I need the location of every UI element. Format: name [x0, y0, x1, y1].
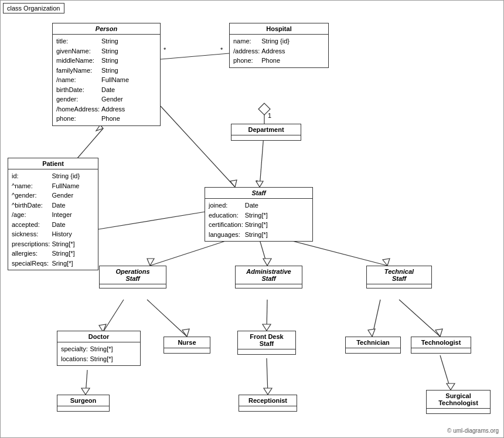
class-technician-header: Technician	[346, 337, 400, 348]
svg-marker-12	[96, 125, 103, 131]
svg-marker-31	[368, 329, 375, 337]
class-operations-staff-header: OperationsStaff	[100, 266, 166, 284]
class-staff-body: joined:Date education:String[*] certific…	[205, 199, 312, 241]
class-operations-staff: OperationsStaff	[99, 266, 166, 288]
svg-marker-23	[383, 259, 390, 266]
class-person: Person title:String givenName:String mid…	[52, 23, 161, 126]
svg-line-11	[77, 128, 103, 159]
class-nurse: Nurse	[164, 337, 210, 354]
svg-line-26	[147, 300, 187, 337]
class-staff-header: Staff	[205, 188, 312, 199]
class-surgical-technologist: SurgicalTechnologist	[426, 390, 491, 414]
class-technician-body	[346, 348, 400, 353]
class-department: Department	[231, 124, 301, 141]
svg-line-30	[372, 300, 380, 337]
svg-marker-27	[182, 329, 189, 337]
svg-marker-39	[447, 383, 455, 390]
class-person-body: title:String givenName:String middleName…	[53, 35, 160, 125]
class-front-desk-staff: Front DeskStaff	[237, 331, 296, 355]
class-administrative-staff-body	[236, 284, 302, 288]
class-technologist: Technologist	[411, 337, 471, 354]
svg-line-0	[161, 53, 229, 59]
class-hospital: Hospital name:String {id} /address:Addre…	[229, 23, 329, 68]
svg-text:*: *	[164, 46, 166, 53]
svg-line-28	[267, 300, 267, 331]
svg-text:1: 1	[268, 112, 271, 119]
class-doctor-body: specialty:String[*] locations:String[*]	[57, 342, 140, 365]
class-receptionist: Receptionist	[239, 395, 297, 412]
class-technician: Technician	[345, 337, 401, 354]
svg-line-34	[86, 370, 87, 395]
class-hospital-header: Hospital	[230, 23, 328, 35]
svg-marker-19	[147, 259, 154, 266]
svg-marker-35	[81, 388, 90, 395]
svg-line-24	[103, 300, 124, 332]
class-receptionist-header: Receptionist	[239, 395, 297, 406]
class-patient-body: id:String {id} ^name:FullName ^gender:Ge…	[8, 169, 98, 270]
class-person-header: Person	[53, 23, 160, 35]
svg-marker-21	[263, 259, 271, 266]
svg-line-13	[161, 106, 235, 187]
svg-marker-33	[435, 329, 442, 337]
class-surgical-technologist-body	[427, 409, 490, 413]
class-administrative-staff: AdministrativeStaff	[235, 266, 302, 288]
svg-line-22	[288, 240, 387, 266]
class-technologist-body	[411, 348, 471, 353]
frame-label: class Organization	[3, 3, 64, 13]
class-patient: Patient id:String {id} ^name:FullName ^g…	[8, 158, 98, 270]
class-front-desk-staff-body	[238, 349, 295, 354]
svg-line-32	[399, 300, 440, 337]
class-hospital-body: name:String {id} /address:Address phone:…	[230, 35, 328, 67]
diagram-container: class Organization * * 1 1 * * *	[0, 0, 504, 438]
class-doctor: Doctor specialty:String[*] locations:Str…	[57, 331, 141, 366]
svg-marker-37	[264, 388, 272, 395]
copyright: © uml-diagrams.org	[447, 427, 499, 434]
class-staff: Staff joined:Date education:String[*] ce…	[205, 187, 313, 242]
svg-line-36	[267, 358, 268, 395]
svg-line-18	[150, 240, 229, 266]
class-front-desk-staff-header: Front DeskStaff	[238, 331, 295, 349]
class-nurse-header: Nurse	[164, 337, 210, 348]
class-receptionist-body	[239, 406, 297, 411]
class-operations-staff-body	[100, 284, 166, 288]
svg-line-20	[260, 240, 267, 266]
class-administrative-staff-header: AdministrativeStaff	[236, 266, 302, 284]
class-technical-staff: TechnicalStaff	[366, 266, 432, 288]
class-technical-staff-body	[367, 284, 431, 288]
class-surgeon: Surgeon	[57, 395, 110, 412]
class-surgeon-body	[57, 406, 109, 411]
svg-marker-29	[263, 324, 271, 331]
svg-text:*: *	[256, 179, 258, 186]
class-patient-header: Patient	[8, 158, 98, 169]
svg-text:*: *	[220, 46, 223, 53]
svg-marker-10	[256, 181, 263, 187]
class-technical-staff-header: TechnicalStaff	[367, 266, 431, 284]
svg-line-38	[440, 355, 451, 390]
class-department-body	[231, 135, 301, 140]
svg-line-15	[98, 212, 206, 229]
svg-marker-3	[258, 103, 270, 115]
class-doctor-header: Doctor	[57, 331, 140, 342]
class-surgeon-header: Surgeon	[57, 395, 109, 406]
class-surgical-technologist-header: SurgicalTechnologist	[427, 391, 490, 409]
class-nurse-body	[164, 348, 210, 353]
class-department-header: Department	[231, 124, 301, 135]
class-technologist-header: Technologist	[411, 337, 471, 348]
svg-marker-14	[230, 180, 237, 187]
